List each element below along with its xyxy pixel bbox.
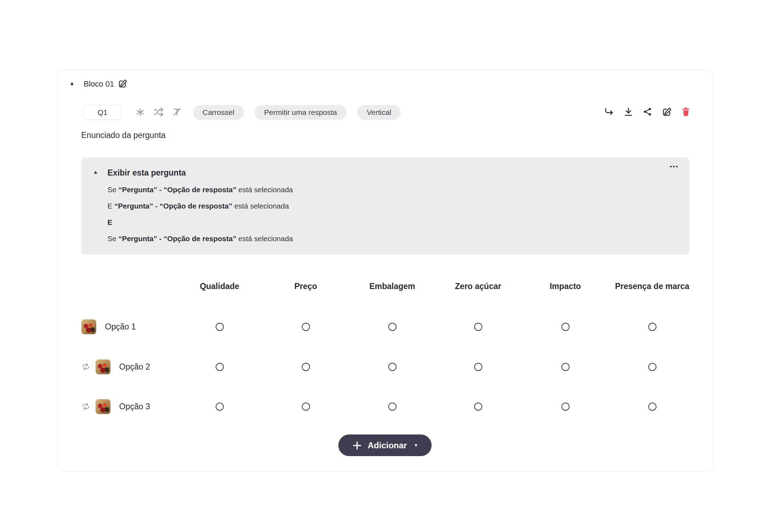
pill-question-type[interactable]: Carrossel xyxy=(193,105,244,120)
radio-button[interactable] xyxy=(388,323,396,331)
matrix-row: Opção 3 xyxy=(57,398,713,415)
question-id-field[interactable]: Q1 xyxy=(83,105,122,120)
option-label[interactable]: Opção 1 xyxy=(105,322,136,332)
share-icon[interactable] xyxy=(642,106,654,118)
plus-icon xyxy=(352,440,362,451)
caret-down-icon[interactable]: ▼ xyxy=(414,443,418,448)
logic-conditions: Se “Pergunta” - “Opção de resposta” está… xyxy=(107,182,293,247)
radio-button[interactable] xyxy=(561,363,570,371)
radio-button[interactable] xyxy=(474,323,482,331)
matrix-row: Opção 1 xyxy=(57,318,713,335)
add-button-label: Adicionar xyxy=(368,440,407,450)
delete-question-icon[interactable] xyxy=(680,106,692,118)
matrix-column-header[interactable]: Impacto xyxy=(526,282,604,291)
radio-button[interactable] xyxy=(216,363,224,371)
pill-answer-mode[interactable]: Permitir uma resposta xyxy=(255,105,346,120)
logic-title: Exibir esta pergunta xyxy=(107,168,186,178)
question-block-card: ▲ Bloco 01 Q1 xyxy=(57,70,714,471)
required-asterisk-icon[interactable] xyxy=(134,106,146,118)
download-icon[interactable] xyxy=(622,106,634,118)
shuffle-icon[interactable] xyxy=(152,106,165,118)
option-image[interactable] xyxy=(81,319,96,334)
matrix-column-header[interactable]: Presença de marca xyxy=(613,282,691,291)
matrix-row: Opção 2 xyxy=(57,359,713,375)
matrix-column-header[interactable]: Preço xyxy=(267,282,345,291)
skip-logic-icon[interactable] xyxy=(603,106,615,118)
logic-condition: E “Pergunta” - “Opção de resposta” está … xyxy=(107,198,293,214)
radio-button[interactable] xyxy=(302,363,310,371)
option-image[interactable] xyxy=(95,399,111,414)
matrix-column-header[interactable]: Qualidade xyxy=(181,282,259,291)
radio-button[interactable] xyxy=(216,323,224,331)
question-tool-icons xyxy=(134,106,183,118)
matrix-column-header[interactable]: Zero açúcar xyxy=(439,282,517,291)
radio-button[interactable] xyxy=(648,363,656,371)
survey-builder-page: ▲ Bloco 01 Q1 xyxy=(0,0,760,532)
option-image[interactable] xyxy=(95,359,111,375)
logic-menu-icon[interactable]: ••• xyxy=(670,163,679,170)
radio-button[interactable] xyxy=(474,403,482,411)
question-actions xyxy=(603,106,692,118)
logic-condition: Se “Pergunta” - “Opção de resposta” está… xyxy=(107,231,293,247)
radio-button[interactable] xyxy=(302,403,310,411)
radio-button[interactable] xyxy=(648,403,656,411)
radio-button[interactable] xyxy=(474,363,482,371)
display-logic-panel: ▲ Exibir esta pergunta Se “Pergunta” - “… xyxy=(81,157,689,255)
block-collapse-icon[interactable]: ▲ xyxy=(69,80,75,87)
question-setting-pills: Carrossel Permitir uma resposta Vertical xyxy=(193,105,401,120)
logic-collapse-icon[interactable]: ▲ xyxy=(93,169,98,175)
radio-button[interactable] xyxy=(561,323,570,331)
radio-button[interactable] xyxy=(216,403,224,411)
matrix-column-header[interactable]: Embalagem xyxy=(353,282,431,291)
clear-formatting-icon[interactable] xyxy=(171,106,183,118)
radio-button[interactable] xyxy=(648,323,656,331)
radio-button[interactable] xyxy=(388,363,396,371)
block-title: Bloco 01 xyxy=(84,79,114,89)
pill-orientation[interactable]: Vertical xyxy=(357,105,401,120)
option-label[interactable]: Opção 3 xyxy=(119,402,150,411)
radio-button[interactable] xyxy=(388,403,396,411)
logic-condition: Se “Pergunta” - “Opção de resposta” está… xyxy=(107,182,293,198)
add-option-button[interactable]: Adicionar ▼ xyxy=(338,434,432,456)
radio-button[interactable] xyxy=(302,323,310,331)
question-statement[interactable]: Enunciado da pergunta xyxy=(81,131,166,140)
block-edit-icon[interactable] xyxy=(118,79,128,89)
logic-condition: E xyxy=(107,214,293,231)
swap-rows-icon[interactable] xyxy=(81,362,90,371)
option-label[interactable]: Opção 2 xyxy=(119,362,150,372)
edit-question-icon[interactable] xyxy=(661,106,673,118)
swap-rows-icon[interactable] xyxy=(81,402,90,411)
radio-button[interactable] xyxy=(561,403,570,411)
